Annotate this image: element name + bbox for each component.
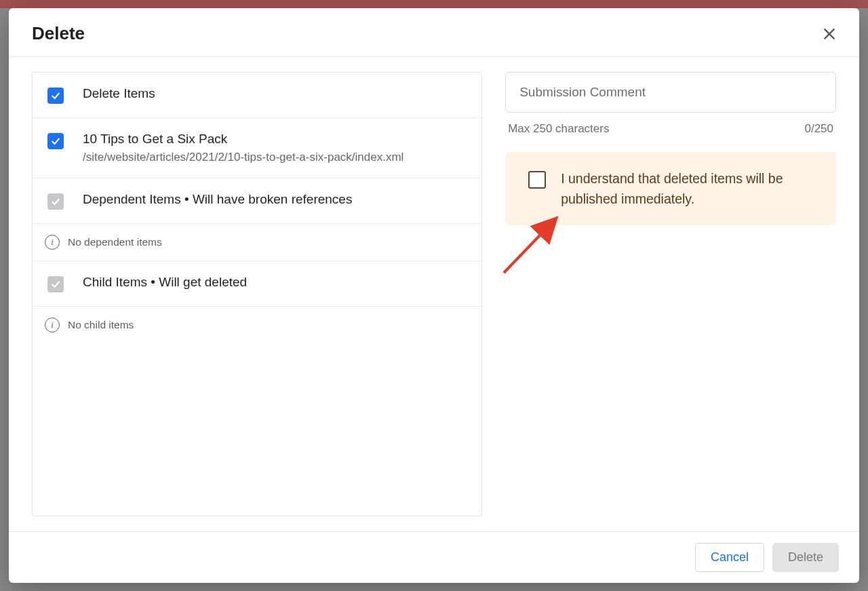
dialog-footer: Cancel Delete <box>9 531 859 583</box>
close-icon <box>822 26 837 41</box>
items-panel: Delete Items 10 Tips to Get a Six Pack /… <box>32 72 482 516</box>
check-icon <box>50 196 61 207</box>
check-icon <box>50 90 61 101</box>
comment-panel: Submission Comment Max 250 characters 0/… <box>505 72 836 516</box>
child-items-label: Child Items • Will get deleted <box>83 275 247 290</box>
comment-placeholder: Submission Comment <box>519 85 646 99</box>
check-icon <box>50 136 61 147</box>
dependent-items-header: Dependent Items • Will have broken refer… <box>33 178 481 224</box>
info-icon: i <box>45 318 60 332</box>
dialog-body: Delete Items 10 Tips to Get a Six Pack /… <box>9 57 859 531</box>
delete-items-label: Delete Items <box>83 86 155 101</box>
child-empty-text: No child items <box>68 319 134 331</box>
dependent-items-label: Dependent Items • Will have broken refer… <box>83 192 352 207</box>
acknowledge-checkbox[interactable] <box>528 171 546 189</box>
submission-comment-input[interactable]: Submission Comment <box>505 72 836 113</box>
item-title: 10 Tips to Get a Six Pack <box>83 132 403 147</box>
cancel-button[interactable]: Cancel <box>695 543 764 572</box>
item-checkbox[interactable] <box>47 133 64 149</box>
child-items-header: Child Items • Will get deleted <box>33 261 481 307</box>
delete-items-row: Delete Items <box>33 73 481 118</box>
dependent-items-checkbox <box>47 193 64 210</box>
check-icon <box>50 279 61 290</box>
child-items-checkbox <box>47 276 64 292</box>
char-hint: Max 250 characters <box>508 122 609 136</box>
item-text-block: 10 Tips to Get a Six Pack /site/website/… <box>83 132 403 164</box>
delete-dialog: Delete Delete Items 10 Tips to Get a Six… <box>9 8 859 583</box>
delete-button[interactable]: Delete <box>772 543 839 572</box>
char-count: 0/250 <box>804 122 833 136</box>
acknowledge-text: I understand that deleted items will be … <box>561 168 818 209</box>
dependent-empty-text: No dependent items <box>68 236 162 248</box>
char-counter-row: Max 250 characters 0/250 <box>505 122 836 136</box>
dialog-title: Delete <box>32 23 85 44</box>
item-row: 10 Tips to Get a Six Pack /site/website/… <box>33 118 481 178</box>
item-path: /site/website/articles/2021/2/10-tips-to… <box>83 151 403 164</box>
info-icon: i <box>45 235 60 250</box>
delete-items-checkbox[interactable] <box>47 88 64 104</box>
dialog-header: Delete <box>9 8 859 57</box>
close-button[interactable] <box>820 24 839 43</box>
child-empty-row: i No child items <box>33 307 481 343</box>
acknowledge-box: I understand that deleted items will be … <box>505 152 836 225</box>
dependent-empty-row: i No dependent items <box>33 224 481 261</box>
